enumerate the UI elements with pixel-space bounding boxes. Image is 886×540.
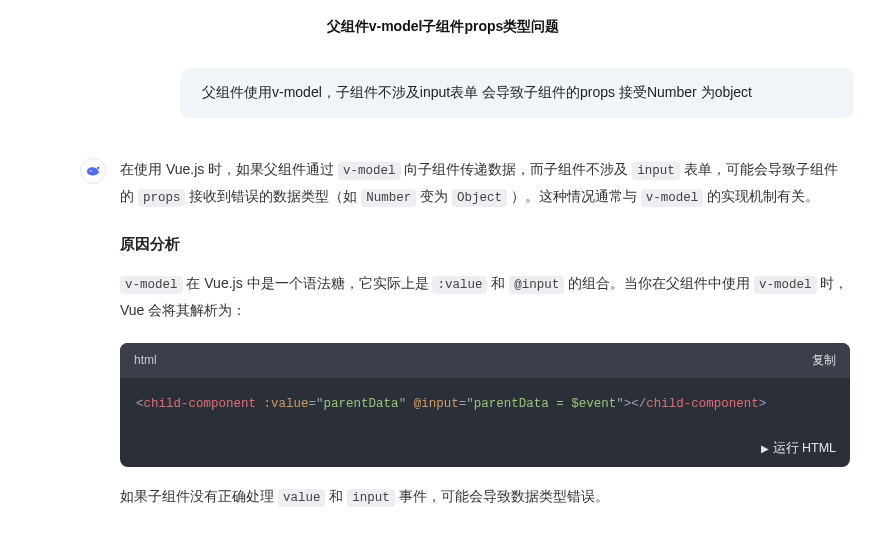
run-label: 运行 HTML [773,436,837,460]
paragraph-1: 在使用 Vue.js 时，如果父组件通过 v-model 向子组件传递数据，而子… [120,156,850,211]
tok: " [616,397,624,411]
text: 变为 [416,188,452,204]
text: 和 [325,488,347,504]
svg-point-0 [90,170,92,172]
inline-code: v-model [641,189,704,207]
paragraph-3: 如果子组件没有正确处理 value 和 input 事件，可能会导致数据类型错误… [120,483,850,510]
tok: parentData = $event [474,397,617,411]
page-title: 父组件v-model子组件props类型问题 [20,18,866,36]
copy-button[interactable]: 复制 [812,349,836,372]
tok: " [399,397,407,411]
text: 的实现机制有关。 [703,188,819,204]
text: 接收到错误的数据类型（如 [185,188,361,204]
tok: < [136,397,144,411]
tok: " [466,397,474,411]
inline-code: input [347,489,395,507]
code-body: <child-component :value="parentData" @in… [120,378,850,430]
inline-code: Number [361,189,416,207]
inline-code: @input [509,276,564,294]
text: 事件，可能会导致数据类型错误。 [395,488,609,504]
text: 如果子组件没有正确处理 [120,488,278,504]
inline-code: Object [452,189,507,207]
play-icon: ▶ [761,439,769,459]
inline-code: v-model [338,162,401,180]
whale-icon [84,162,102,180]
code-language-label: html [134,349,157,372]
tok: = [309,397,317,411]
answer-content: 在使用 Vue.js 时，如果父组件通过 v-model 向子组件传递数据，而子… [120,156,850,528]
question-box: 父组件使用v-model，子组件不涉及input表单 会导致子组件的props … [180,68,854,118]
section-heading: 原因分析 [120,229,850,258]
tok: @input [414,397,459,411]
tok: child-component [646,397,759,411]
tok: :value [264,397,309,411]
paragraph-2: v-model 在 Vue.js 中是一个语法糖，它实际上是 :value 和 … [120,270,850,325]
tok: " [316,397,324,411]
text: 在 Vue.js 中是一个语法糖，它实际上是 [183,275,433,291]
tok: child-component [144,397,257,411]
answer-block: 在使用 Vue.js 时，如果父组件通过 v-model 向子组件传递数据，而子… [20,156,866,528]
text: 和 [487,275,509,291]
inline-code: v-model [754,276,817,294]
avatar [80,158,106,184]
tok: </ [631,397,646,411]
inline-code: v-model [120,276,183,294]
code-header: html 复制 [120,343,850,378]
text: 向子组件传递数据，而子组件不涉及 [401,161,633,177]
run-button[interactable]: ▶ 运行 HTML [120,430,850,466]
inline-code: input [632,162,680,180]
tok: parentData [324,397,399,411]
tok: > [759,397,767,411]
tok [406,397,414,411]
inline-code: :value [432,276,487,294]
text: 在使用 Vue.js 时，如果父组件通过 [120,161,338,177]
tok [256,397,264,411]
inline-code: props [138,189,186,207]
code-block: html 复制 <child-component :value="parentD… [120,343,850,467]
text: ）。这种情况通常与 [507,188,641,204]
text: 的组合。当你在父组件中使用 [564,275,754,291]
inline-code: value [278,489,326,507]
